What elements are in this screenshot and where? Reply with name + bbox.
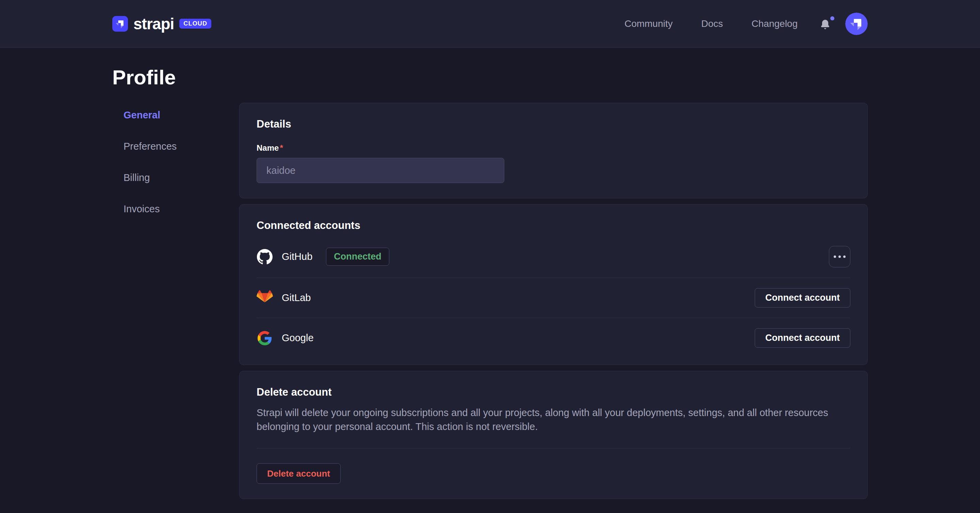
strapi-mark-icon — [112, 16, 128, 32]
profile-sidebar: General Preferences Billing Invoices — [112, 103, 239, 235]
provider-name: GitHub — [282, 251, 312, 262]
account-row-github: GitHub Connected — [256, 236, 850, 278]
provider-name: GitLab — [282, 292, 311, 303]
account-row-gitlab: GitLab Connect account — [256, 278, 850, 318]
name-field: Name* — [256, 143, 850, 183]
cloud-badge: CLOUD — [179, 19, 211, 29]
sidebar-item-preferences[interactable]: Preferences — [124, 141, 239, 152]
profile-content: Details Name* Connected accounts — [239, 103, 868, 499]
connected-accounts-card: Connected accounts GitHub Connected — [239, 204, 868, 365]
github-octocat-icon — [256, 249, 273, 265]
google-g-icon — [256, 330, 273, 346]
details-card-title: Details — [256, 118, 850, 130]
nav-link-changelog[interactable]: Changelog — [752, 18, 798, 29]
delete-account-title: Delete account — [256, 386, 850, 399]
gitlab-connect-account-button[interactable]: Connect account — [755, 288, 850, 308]
delete-account-button[interactable]: Delete account — [256, 463, 340, 484]
sidebar-item-invoices[interactable]: Invoices — [124, 203, 239, 214]
ellipsis-icon — [834, 256, 836, 258]
connected-accounts-title: Connected accounts — [256, 219, 850, 232]
avatar-strapi-icon — [845, 13, 868, 35]
bell-icon — [819, 18, 831, 31]
name-input[interactable] — [256, 158, 504, 183]
delete-account-card: Delete account Strapi will delete your o… — [239, 371, 868, 499]
brand-logo[interactable]: strapi CLOUD — [112, 14, 211, 33]
top-navigation: Community Docs Changelog — [624, 13, 868, 35]
page-title: Profile — [112, 65, 868, 90]
name-label: Name* — [256, 143, 283, 152]
required-asterisk: * — [280, 143, 283, 152]
unread-notification-dot — [830, 16, 834, 21]
github-more-options-button[interactable] — [829, 246, 850, 267]
profile-page: Profile General Preferences Billing Invo… — [112, 65, 868, 499]
gitlab-tanuki-icon — [256, 290, 273, 306]
sidebar-item-general[interactable]: General — [124, 110, 239, 121]
account-row-google: Google Connect account — [256, 318, 850, 350]
card-divider — [256, 448, 850, 448]
sidebar-item-billing[interactable]: Billing — [124, 172, 239, 183]
nav-link-community[interactable]: Community — [624, 18, 673, 29]
details-card: Details Name* — [239, 103, 868, 199]
user-avatar[interactable] — [845, 13, 868, 35]
notifications-button[interactable] — [819, 17, 833, 31]
nav-link-docs[interactable]: Docs — [701, 18, 723, 29]
brand-wordmark: strapi — [134, 14, 174, 33]
top-navbar: strapi CLOUD Community Docs Changelog — [0, 0, 980, 48]
provider-name: Google — [282, 332, 314, 344]
connected-status-badge: Connected — [326, 248, 389, 266]
google-connect-account-button[interactable]: Connect account — [755, 328, 850, 348]
delete-account-description: Strapi will delete your ongoing subscrip… — [256, 406, 850, 434]
